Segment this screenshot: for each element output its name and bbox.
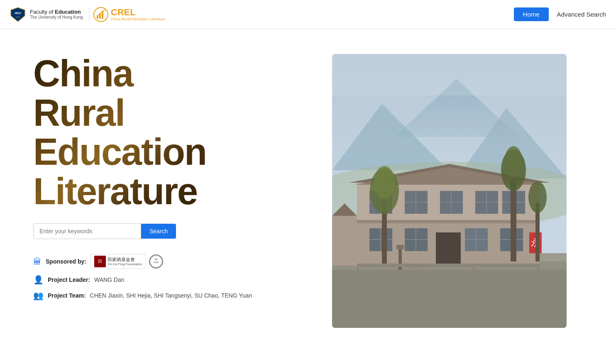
faculty-label: Faculty of Education [30, 9, 83, 15]
svg-rect-4 [97, 15, 98, 19]
header-nav: Home Advanced Search [514, 7, 606, 21]
svg-rect-6 [102, 11, 103, 19]
info-section: 🏛 Sponsored by: 田 田家炳基金會 Tin Ka Ping Fou… [33, 254, 299, 300]
person-icon: 👤 [33, 275, 44, 285]
hku-shield-icon: HKU EST [10, 7, 26, 22]
advanced-search-link[interactable]: Advanced Search [557, 11, 606, 18]
search-input[interactable] [33, 223, 141, 239]
hero-image: 永 [332, 54, 567, 328]
sponsor-row: 🏛 Sponsored by: 田 田家炳基金會 Tin Ka Ping Fou… [33, 254, 299, 269]
tkp-logo: 田 田家炳基金會 Tin Ka Ping Foundation [90, 254, 146, 269]
project-leader-value: WANG Dan [94, 276, 125, 283]
tkp-text: 田家炳基金會 Tin Ka Ping Foundation [108, 257, 142, 266]
svg-rect-71 [332, 54, 567, 328]
search-bar: Search [33, 223, 299, 239]
header-logo: HKU EST Faculty of Education The Univers… [10, 7, 165, 22]
crel-text: CREL China Rural Education Literature [111, 8, 165, 21]
left-column: China Rural Education Literature Search … [33, 54, 299, 300]
svg-text:ANNIV: ANNIV [153, 261, 159, 264]
crel-chart-icon [93, 7, 108, 22]
svg-marker-0 [11, 7, 25, 22]
tkp-icon: 田 [94, 256, 106, 267]
header: HKU EST Faculty of Education The Univers… [0, 0, 616, 29]
rural-school-illustration: 永 [332, 54, 567, 328]
right-column: 永 [315, 54, 583, 328]
search-button[interactable]: Search [141, 224, 176, 239]
svg-text:40: 40 [155, 258, 158, 261]
project-team-value: CHEN Jiaxin, SHI Hejia, SHI Tangsenyi, S… [90, 292, 252, 299]
hero-title: China Rural Education Literature [33, 54, 299, 211]
university-label: The University of Hong Kong [30, 15, 83, 20]
project-leader-row: 👤 Project Leader: WANG Dan [33, 275, 299, 285]
hku-logo: HKU EST [10, 7, 26, 22]
building-icon: 🏛 [33, 257, 42, 266]
svg-text:EST: EST [16, 16, 20, 18]
faculty-logo-text: Faculty of Education The University of H… [30, 9, 83, 20]
anniversary-badge: 40 ANNIV [149, 254, 163, 269]
crel-logo: CREL China Rural Education Literature [89, 7, 165, 22]
main-content: China Rural Education Literature Search … [0, 29, 616, 364]
people-icon: 👥 [33, 291, 44, 300]
anniversary-icon: 40 ANNIV [150, 254, 162, 269]
svg-text:HKU: HKU [15, 12, 21, 15]
home-button[interactable]: Home [514, 7, 549, 21]
sponsor-logos: 田 田家炳基金會 Tin Ka Ping Foundation 40 ANNIV [90, 254, 163, 269]
project-team-row: 👥 Project Team: CHEN Jiaxin, SHI Hejia, … [33, 291, 299, 300]
